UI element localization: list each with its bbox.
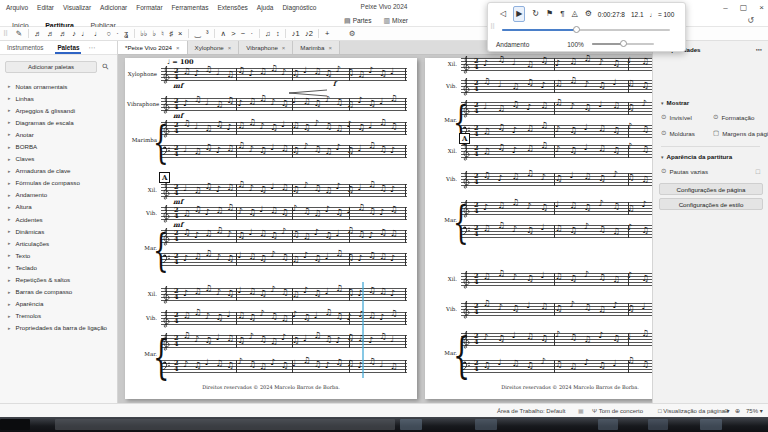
tuplet-icon[interactable]: ³ xyxy=(203,27,211,40)
voice-2-icon[interactable]: ♪2 xyxy=(302,27,315,40)
treble-staff[interactable]: 24♩♫♫♪♫♫♪♫♩♫♫♪♫♫♪ xyxy=(461,102,652,115)
add-icon[interactable]: + xyxy=(322,27,332,40)
checkbox-icon[interactable]: □ xyxy=(756,168,760,175)
empty-staves-toggle[interactable]: ⊙ Pautas vazias □ xyxy=(661,167,760,175)
palette-item-andamento[interactable]: ▸Andamento xyxy=(0,189,118,201)
seek-slider[interactable] xyxy=(502,29,670,31)
toolbar-customize-icon[interactable]: ⚙ xyxy=(346,27,358,40)
note-half-icon[interactable]: ♩ xyxy=(91,27,104,40)
prop-invis-vel[interactable]: ⊙Invisível xyxy=(661,113,713,121)
treble-staff[interactable]: 24♫♫♪♫♩♫♫♪♫♫♪♫♩♫♫ xyxy=(461,273,652,286)
playback-settings-icon[interactable]: ⚙ xyxy=(585,7,592,21)
bass-staff[interactable]: 24♩♫♫♪♫♫♪♫♩♫♫♪♫♫♪♫♩♫♫♪ xyxy=(161,145,407,158)
palette-item-texto[interactable]: ▸Texto xyxy=(0,249,118,261)
taskbar-item[interactable] xyxy=(0,419,30,430)
treble-staff[interactable]: 24♫♫♪♫♩♫♫♪♫♫♪♫♩♫♫♪♫♫♪♫ xyxy=(161,312,407,325)
rest-icon[interactable]: ʓ xyxy=(121,27,130,40)
palette-item-repeti-es-saltos[interactable]: ▸Repetições & saltos xyxy=(0,274,118,286)
workspace-label[interactable]: Área de Trabalho: Default xyxy=(497,404,565,418)
bass-staff[interactable]: 24♫♫♪♫♫♪♫♩♫♫♪♫♫♪♫ xyxy=(461,125,652,138)
note-32nd-icon[interactable]: ♬ xyxy=(44,27,57,40)
treble-staff[interactable]: 24♩♫♫♪♫♫♪♫♩♫♫♪♫♫♪♫♩♫♫♪ xyxy=(161,184,407,197)
treble-staff[interactable]: 24♫♪♫♩♫♫♪♫♫♪♫♩♫♫♪♫♫♪♫♩ xyxy=(161,335,407,348)
prop-molduras[interactable]: ⊙Molduras xyxy=(661,129,713,137)
close-icon[interactable]: × xyxy=(176,45,180,51)
palette-item-altura[interactable]: ▸Altura xyxy=(0,201,118,213)
accent-icon[interactable]: > xyxy=(229,27,239,40)
note-input-icon[interactable]: ✎ xyxy=(13,27,24,40)
palette-item-arpeggios-glissandi[interactable]: ▸Arpeggios & glissandi xyxy=(0,104,118,116)
palette-item-acidentes[interactable]: ▸Acidentes xyxy=(0,213,118,225)
double-sharp-icon[interactable]: × xyxy=(176,27,186,40)
note-quarter-icon[interactable]: ♩ xyxy=(79,27,92,40)
toolbar-drag-handle[interactable]: ⠿ xyxy=(3,30,8,38)
zoom-in-icon[interactable]: ⊕ xyxy=(735,404,740,418)
section-appearance[interactable]: ▾Aparência da partitura xyxy=(661,153,732,160)
palette-item-claves[interactable]: ▸Claves xyxy=(0,153,118,165)
treble-staff[interactable]: 24♫♪♫♩♫♫♪♫♫♪♫♩♫♫♪♫♫♪♫♩ xyxy=(161,68,407,81)
mixer-button[interactable]: ▥Mixer xyxy=(383,17,408,25)
crescendo-hairpin[interactable] xyxy=(289,83,329,101)
page-view-select[interactable]: □ Visualização da página ▾ xyxy=(658,404,730,418)
taskbar-item[interactable] xyxy=(598,419,618,430)
tab-paletas[interactable]: Paletas xyxy=(50,42,86,54)
play-repeats-icon[interactable]: ⚑ xyxy=(546,7,553,21)
undo-icon[interactable]: ↺ xyxy=(747,14,754,27)
rehearsal-mark[interactable]: A xyxy=(459,133,470,144)
close-icon[interactable]: × xyxy=(328,45,332,51)
note-64th-icon[interactable]: ♬ xyxy=(32,27,45,40)
note-8th-icon[interactable]: ♪ xyxy=(70,27,79,40)
palette-item-anotar[interactable]: ▸Anotar xyxy=(0,128,118,140)
palette-item-linhas[interactable]: ▸Linhas xyxy=(0,92,118,104)
style-settings-button[interactable]: Configurações de estilo xyxy=(659,198,763,210)
maximize-icon[interactable]: ▢ xyxy=(740,3,748,12)
palette-item-borba[interactable]: ▸BORBA xyxy=(0,140,118,152)
score-tab-marimba[interactable]: Marimba× xyxy=(293,41,340,54)
rehearsal-mark[interactable]: A xyxy=(159,172,170,183)
treble-staff[interactable]: 24♫♩♫♫♪♫♫♪♫♩♫♫♪♫♫ xyxy=(461,80,652,93)
prop-margens-da-p-gina[interactable]: ▢Margens da página xyxy=(713,129,765,137)
treble-staff[interactable]: 24♫♪♫♫♪♫♩♫♫♪♫♫♪♫♩♫♫♪♫♫ xyxy=(161,230,407,243)
tab-instrumentos[interactable]: Instrumentos xyxy=(0,42,50,54)
palette-item-f-rmulas-de-compasso[interactable]: ▸Fórmulas de compasso xyxy=(0,177,118,189)
minimize-icon[interactable]: – xyxy=(723,3,727,12)
treble-staff[interactable]: 24♪♫♫♪♫♩♫♫♪♫♫♪♫♩♫♫♪♫♫♪ xyxy=(161,288,407,301)
palette-item-barras-de-compasso[interactable]: ▸Barras de compasso xyxy=(0,286,118,298)
tie-icon[interactable]: ‿ xyxy=(192,27,203,40)
taskbar-item[interactable] xyxy=(648,419,668,430)
playback-drag-handle[interactable]: ⠿ xyxy=(490,23,495,31)
score-tab-vibraphone[interactable]: Vibraphone× xyxy=(239,41,293,54)
treble-staff[interactable]: 24♪♫♩♫♫♪♫♫♪♫♩♫♫♪♫ xyxy=(461,58,652,71)
add-palettes-button[interactable]: Adicionar paletas xyxy=(5,61,97,73)
palette-item-diagramas-de-escala[interactable]: ▸Diagramas de escala xyxy=(0,116,118,128)
close-icon[interactable]: × xyxy=(759,3,764,12)
search-icon[interactable]: ⚲ xyxy=(98,59,115,76)
properties-more-icon[interactable]: ⋯ xyxy=(756,46,762,53)
augmentation-dot-icon[interactable]: · xyxy=(114,27,122,40)
natural-icon[interactable]: ♮ xyxy=(159,27,167,40)
staccato-icon[interactable]: · xyxy=(248,27,256,40)
prop-formata-o[interactable]: ⊙Formatação xyxy=(713,113,765,121)
palette-item-din-micas[interactable]: ▸Dinâmicas xyxy=(0,225,118,237)
flat-icon[interactable]: ♭ xyxy=(150,27,159,40)
score-page-2[interactable]: 24♪♫♩♫♫♪♫♫♪♫♩♫♫♪♫Xil.24♫♩♫♫♪♫♫♪♫♩♫♫♪♫♫Vi… xyxy=(425,58,652,399)
close-icon[interactable]: × xyxy=(282,45,286,51)
zoom-out-icon[interactable]: ⊖ xyxy=(724,404,729,418)
close-icon[interactable]: × xyxy=(228,45,232,51)
zoom-level[interactable]: 75% ▾ xyxy=(746,404,763,418)
section-show[interactable]: ▾Mostrar xyxy=(661,99,689,106)
taskbar-item[interactable] xyxy=(400,419,422,430)
palette-item-propriedades-da-barra-de-liga-o[interactable]: ▸Propriedades da barra de ligação xyxy=(0,322,118,334)
os-taskbar[interactable] xyxy=(0,417,768,432)
marcato-icon[interactable]: ∧ xyxy=(218,27,229,40)
palette-more-icon[interactable]: ⋯ xyxy=(88,44,95,52)
score-tab-xylophone[interactable]: Xylophone× xyxy=(188,41,240,54)
note-whole-icon[interactable]: ○ xyxy=(104,27,114,40)
treble-staff[interactable]: 24♫♩♫♫♪♫♫♪♫♩♫♫♪♫♫♪♫♩♫♫ xyxy=(161,122,407,135)
palette-item-armaduras-de-clave[interactable]: ▸Armaduras de clave xyxy=(0,165,118,177)
score-tab--peixe-vivo-2024[interactable]: *Peixe Vivo 2024× xyxy=(118,41,188,54)
rewind-icon[interactable]: ◁ xyxy=(500,7,506,21)
sharp-icon[interactable]: ♯ xyxy=(167,27,176,40)
treble-staff[interactable]: 24♫♪♫♩♫♫♪♫♫♪♫♩♫♫♪ xyxy=(461,303,652,316)
note-16th-icon[interactable]: ♬ xyxy=(57,27,70,40)
